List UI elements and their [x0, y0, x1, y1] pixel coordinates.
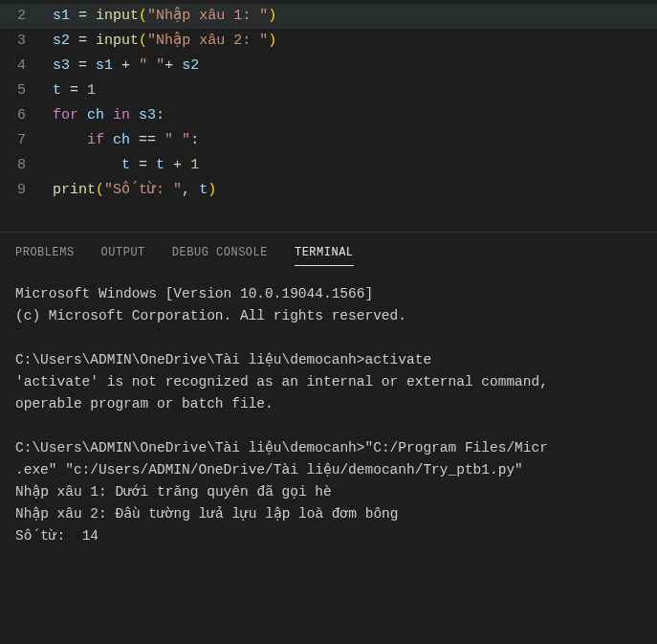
code-line[interactable]: 3s2 = input("Nhập xâu 2: ")	[0, 29, 657, 54]
token-num: 1	[87, 82, 96, 99]
token-paren: )	[268, 8, 276, 24]
code-line[interactable]: 8 t = t + 1	[0, 153, 657, 178]
terminal-block: Microsoft Windows [Version 10.0.19044.15…	[15, 283, 642, 327]
line-number: 8	[0, 153, 53, 178]
token-var: s2	[182, 57, 199, 74]
token-op	[164, 157, 173, 173]
token-var: s3	[53, 57, 70, 74]
token-op: =	[78, 8, 87, 24]
code-line[interactable]: 5t = 1	[0, 78, 657, 103]
code-line[interactable]: 9print("Số từ: ", t)	[0, 178, 657, 203]
token-str: "Số từ: "	[104, 182, 182, 198]
token-op	[53, 157, 121, 173]
token-op	[113, 57, 121, 74]
token-op	[156, 132, 164, 148]
panel-tab-bar: PROBLEMSOUTPUTDEBUG CONSOLETERMINAL	[0, 232, 657, 266]
token-op	[87, 8, 96, 24]
token-op	[53, 132, 87, 148]
token-var: t	[121, 157, 130, 173]
token-op	[190, 182, 199, 198]
token-paren: (	[96, 182, 104, 198]
token-var: s3	[139, 107, 156, 123]
token-op: +	[173, 157, 182, 173]
token-var: ch	[113, 132, 130, 148]
token-op	[104, 107, 113, 123]
token-op: :	[190, 132, 199, 148]
token-op: =	[70, 82, 78, 99]
token-var: s1	[96, 57, 113, 74]
token-var: s2	[53, 33, 70, 49]
code-line[interactable]: 4s3 = s1 + " "+ s2	[0, 54, 657, 78]
token-op: =	[78, 33, 87, 49]
token-var: t	[156, 157, 164, 173]
token-op	[78, 107, 87, 123]
token-paren: (	[139, 8, 147, 24]
line-number: 7	[0, 128, 53, 153]
token-var: t	[199, 182, 208, 198]
line-number: 2	[0, 4, 53, 29]
token-num: 1	[190, 157, 199, 173]
token-var: ch	[87, 107, 104, 123]
code-line[interactable]: 7 if ch == " ":	[0, 128, 657, 153]
token-str: " "	[164, 132, 190, 148]
token-str: " "	[139, 57, 164, 74]
token-op: =	[139, 157, 147, 173]
token-kw: in	[113, 107, 130, 123]
token-op	[130, 57, 139, 74]
token-op	[87, 57, 96, 74]
token-func: input	[96, 8, 139, 24]
token-op	[70, 8, 78, 24]
panel-tab-debug-console[interactable]: DEBUG CONSOLE	[172, 240, 268, 266]
line-number: 4	[0, 54, 53, 78]
code-content[interactable]: for ch in s3:	[53, 103, 164, 128]
token-var: s1	[53, 8, 70, 24]
panel-tab-terminal[interactable]: TERMINAL	[295, 240, 354, 266]
token-op	[130, 107, 139, 123]
panel-tab-output[interactable]: OUTPUT	[101, 240, 145, 266]
line-number: 3	[0, 29, 53, 54]
code-content[interactable]: if ch == " ":	[53, 128, 199, 153]
token-op	[130, 132, 139, 148]
code-line[interactable]: 2s1 = input("Nhập xâu 1: ")	[0, 4, 657, 29]
token-op	[173, 57, 182, 74]
token-op	[182, 157, 190, 173]
token-op	[70, 57, 78, 74]
token-op	[104, 132, 113, 148]
code-line[interactable]: 6for ch in s3:	[0, 103, 657, 128]
token-op: +	[164, 57, 173, 74]
token-op: +	[121, 57, 130, 74]
token-func: print	[53, 182, 96, 198]
panel-tab-problems[interactable]: PROBLEMS	[15, 240, 75, 266]
token-op: ,	[182, 182, 190, 198]
line-number: 9	[0, 178, 53, 203]
code-content[interactable]: print("Số từ: ", t)	[53, 178, 216, 203]
token-op	[61, 82, 70, 99]
code-editor[interactable]: 2s1 = input("Nhập xâu 1: ")3s2 = input("…	[0, 0, 657, 232]
token-paren: (	[139, 33, 147, 49]
token-op	[78, 82, 87, 99]
code-content[interactable]: t = 1	[53, 78, 96, 103]
token-op: ==	[139, 132, 156, 148]
token-var: t	[53, 82, 61, 99]
line-number: 6	[0, 103, 53, 128]
code-content[interactable]: s1 = input("Nhập xâu 1: ")	[53, 4, 276, 29]
token-op: :	[156, 107, 164, 123]
token-op: =	[78, 57, 87, 74]
code-content[interactable]: s2 = input("Nhập xâu 2: ")	[53, 29, 276, 54]
token-op	[70, 33, 78, 49]
token-str: "Nhập xâu 2: "	[147, 33, 268, 49]
token-op	[87, 33, 96, 49]
token-paren: )	[208, 182, 216, 198]
token-op	[147, 157, 156, 173]
terminal-block: C:\Users\ADMIN\OneDrive\Tài liệu\democan…	[15, 437, 642, 547]
code-content[interactable]: s3 = s1 + " "+ s2	[53, 54, 199, 78]
token-op	[130, 157, 139, 173]
line-number: 5	[0, 78, 53, 103]
token-paren: )	[268, 33, 276, 49]
terminal-block: C:\Users\ADMIN\OneDrive\Tài liệu\democan…	[15, 349, 642, 415]
terminal-output[interactable]: Microsoft Windows [Version 10.0.19044.15…	[0, 266, 657, 565]
token-kw: if	[87, 132, 104, 148]
token-kw: for	[53, 107, 78, 123]
token-func: input	[96, 33, 139, 49]
code-content[interactable]: t = t + 1	[53, 153, 199, 178]
